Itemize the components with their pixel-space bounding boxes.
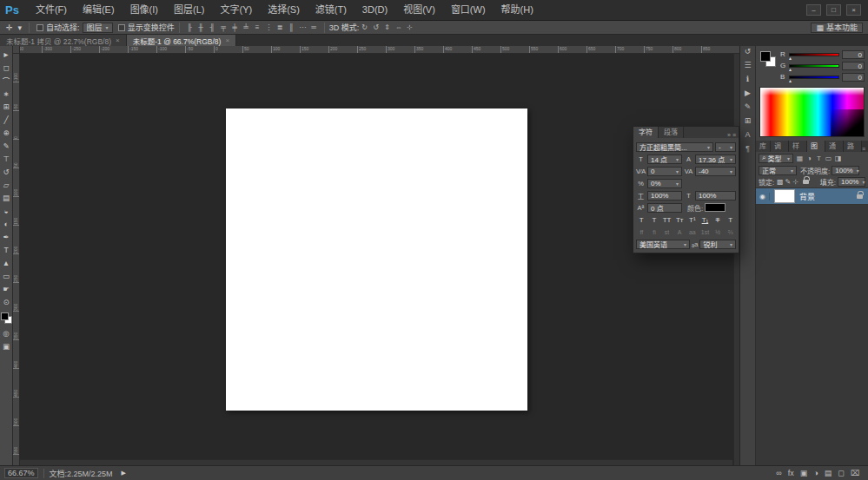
- lock-transparent-icon[interactable]: ▩: [776, 178, 784, 186]
- quick-mask-button[interactable]: ◎: [0, 327, 13, 340]
- workspace-switcher[interactable]: ▦ 基本功能: [811, 23, 863, 33]
- text-style-button[interactable]: T: [725, 216, 736, 224]
- document-canvas[interactable]: [226, 108, 527, 411]
- marquee-tool[interactable]: ◻: [0, 62, 13, 75]
- menu-item[interactable]: 帮助(H): [494, 0, 541, 20]
- font-style-dropdown[interactable]: - ▾: [715, 142, 736, 152]
- tab-styles[interactable]: 样式: [789, 141, 807, 152]
- hand-tool[interactable]: ☛: [0, 283, 13, 296]
- distribute-top-icon[interactable]: ≡: [252, 23, 263, 31]
- screen-mode-button[interactable]: ▣: [0, 340, 13, 353]
- layer-row-background[interactable]: ◉ 背景: [756, 187, 868, 205]
- actions-panel-icon[interactable]: ▶: [741, 87, 755, 100]
- opentype-button[interactable]: A: [674, 229, 686, 235]
- delete-layer-icon[interactable]: ⌧: [851, 469, 859, 477]
- close-tab-icon[interactable]: ×: [225, 36, 229, 44]
- horizontal-scrollbar[interactable]: [20, 459, 732, 465]
- 3d-roll-icon[interactable]: ↺: [370, 23, 381, 31]
- add-mask-icon[interactable]: ▣: [800, 469, 808, 477]
- quick-selection-tool[interactable]: ∗: [0, 88, 13, 101]
- text-style-button[interactable]: T¹: [687, 216, 699, 224]
- filter-pixel-icon[interactable]: ▦: [795, 155, 805, 162]
- text-style-button[interactable]: T: [712, 216, 724, 224]
- minimize-button[interactable]: –: [806, 4, 821, 16]
- filter-type-dropdown[interactable]: ⌕ 类型 ▾: [759, 154, 793, 163]
- filter-smartobject-icon[interactable]: ◨: [833, 155, 843, 162]
- character-panel-icon[interactable]: A: [741, 128, 755, 141]
- close-tab-icon[interactable]: ×: [116, 36, 120, 44]
- rectangle-tool[interactable]: ▭: [0, 270, 13, 283]
- opentype-button[interactable]: 1st: [699, 229, 711, 235]
- new-layer-icon[interactable]: ◻: [838, 469, 844, 477]
- align-top-icon[interactable]: ╤: [218, 23, 229, 31]
- history-brush-tool[interactable]: ↺: [0, 166, 13, 179]
- menu-item[interactable]: 窗口(W): [443, 0, 494, 20]
- lock-position-icon[interactable]: ⊹: [792, 178, 799, 186]
- text-style-button[interactable]: T: [636, 216, 647, 224]
- tab-paths[interactable]: 路径: [844, 141, 862, 152]
- 3d-drag-icon[interactable]: ⇕: [381, 23, 393, 31]
- vertical-ruler[interactable]: -100-50050100150200250300350400450500550: [13, 54, 20, 465]
- paragraph-panel-icon[interactable]: ¶: [741, 142, 755, 155]
- opentype-button[interactable]: ½: [712, 229, 724, 235]
- brush-tool[interactable]: ✎: [0, 140, 13, 153]
- proportional-spacing-field[interactable]: 0%▾: [647, 179, 682, 188]
- zoom-tool[interactable]: ⊙: [0, 296, 13, 309]
- opentype-button[interactable]: ff: [636, 229, 647, 235]
- text-color-swatch[interactable]: [705, 203, 726, 212]
- menu-item[interactable]: 视图(V): [395, 0, 443, 20]
- 3d-rotate-icon[interactable]: ↻: [359, 23, 370, 31]
- tab-character[interactable]: 字符: [633, 127, 659, 138]
- eyedropper-tool[interactable]: ╱: [0, 114, 13, 127]
- crop-tool[interactable]: ⊞: [0, 101, 13, 114]
- distribute-bottom-icon[interactable]: ≣: [275, 23, 286, 31]
- opentype-button[interactable]: ⅔: [725, 229, 736, 235]
- distribute-left-icon[interactable]: ║: [286, 23, 297, 31]
- opentype-button[interactable]: aa: [687, 229, 699, 235]
- blend-mode-dropdown[interactable]: 正常 ▾: [759, 166, 797, 175]
- vertical-scale-field[interactable]: 100%: [647, 191, 682, 201]
- document-tab[interactable]: 未标题-1 @ 66.7%(RGB/8) ×: [127, 35, 236, 46]
- align-left-icon[interactable]: ╟: [184, 23, 195, 31]
- tab-layers[interactable]: 图层: [807, 141, 825, 152]
- filter-adjustment-icon[interactable]: ◑: [805, 155, 814, 162]
- lasso-tool[interactable]: ⌒: [0, 75, 13, 88]
- eraser-tool[interactable]: ▱: [0, 179, 13, 192]
- restore-button[interactable]: □: [826, 4, 841, 16]
- filter-type-icon[interactable]: T: [814, 155, 824, 162]
- opentype-button[interactable]: st: [661, 229, 673, 235]
- vertical-scrollbar[interactable]: [733, 54, 739, 465]
- layer-effects-icon[interactable]: fx: [788, 469, 794, 477]
- new-group-icon[interactable]: ▤: [825, 469, 832, 477]
- auto-select-dropdown[interactable]: 图层▾: [83, 23, 113, 33]
- tool-preset-arrow-icon[interactable]: ▾: [16, 23, 25, 32]
- 3d-slide-icon[interactable]: ⇔: [393, 23, 404, 31]
- slider-track[interactable]: [789, 76, 839, 79]
- text-style-button[interactable]: TT: [661, 216, 673, 224]
- gradient-tool[interactable]: ▤: [0, 192, 13, 205]
- menu-item[interactable]: 选择(S): [260, 0, 308, 20]
- align-h-center-icon[interactable]: ╫: [195, 23, 207, 31]
- horizontal-scale-field[interactable]: 100%: [695, 191, 736, 201]
- panel-menu-icon[interactable]: ≡: [862, 146, 868, 152]
- show-transform-checkbox[interactable]: [118, 24, 125, 31]
- dodge-tool[interactable]: ◐: [0, 218, 13, 231]
- panel-color-swatch-widget[interactable]: [760, 51, 776, 67]
- opentype-button[interactable]: fi: [649, 229, 660, 235]
- fill-field[interactable]: 100% ▾: [838, 177, 865, 187]
- slider-value[interactable]: 0: [842, 73, 865, 82]
- text-style-button[interactable]: T₁: [699, 216, 711, 224]
- leading-field[interactable]: 17.36 点▾: [695, 155, 736, 164]
- align-bottom-icon[interactable]: ╧: [241, 23, 252, 31]
- kerning-field[interactable]: 0▾: [647, 167, 682, 176]
- properties-panel-icon[interactable]: ☰: [741, 59, 755, 72]
- tracking-field[interactable]: -40▾: [695, 167, 736, 176]
- slider-track[interactable]: [789, 53, 839, 56]
- info-panel-icon[interactable]: ℹ: [741, 73, 755, 86]
- baseline-shift-field[interactable]: 0 点: [647, 203, 682, 213]
- menu-item[interactable]: 3D(D): [354, 0, 395, 20]
- foreground-color-swatch[interactable]: [1, 312, 9, 320]
- foreground-color-swatch[interactable]: [760, 51, 771, 62]
- distribute-h-center-icon[interactable]: ⋯: [297, 23, 308, 31]
- clone-stamp-tool[interactable]: ⊤: [0, 153, 13, 166]
